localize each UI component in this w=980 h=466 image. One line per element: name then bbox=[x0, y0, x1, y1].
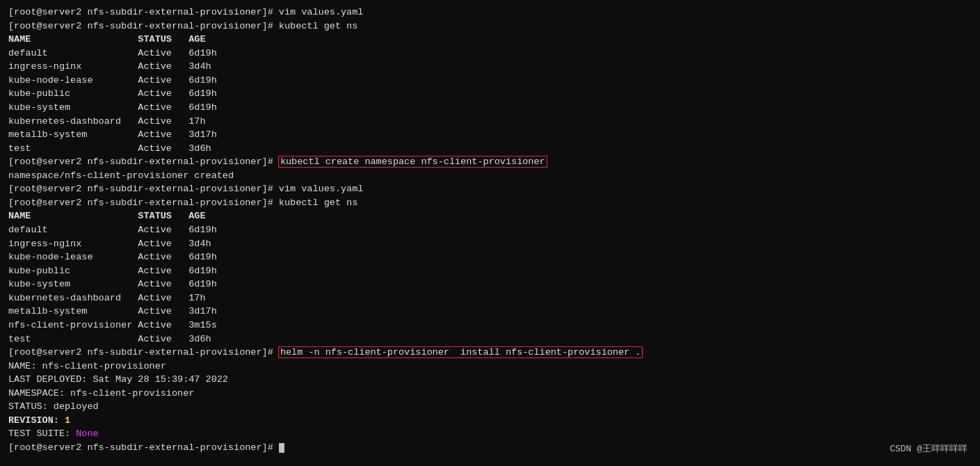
cursor bbox=[279, 443, 284, 453]
terminal-line-11: [root@server2 nfs-subdir-external-provis… bbox=[8, 155, 972, 169]
terminal-line-7: kube-system Active 6d19h bbox=[8, 101, 972, 115]
terminal-line-8: kubernetes-dashboard Active 17h bbox=[8, 115, 972, 129]
terminal-line-21: kubernetes-dashboard Active 17h bbox=[8, 291, 972, 305]
terminal-line-17: ingress-nginx Active 3d4h bbox=[8, 237, 972, 251]
terminal-line-28: NAMESPACE: nfs-client-provisioner bbox=[8, 387, 972, 401]
terminal-line-15: NAME STATUS AGE bbox=[8, 209, 972, 223]
terminal-line-16: default Active 6d19h bbox=[8, 223, 972, 237]
terminal-line-13: [root@server2 nfs-subdir-external-provis… bbox=[8, 182, 972, 196]
terminal-line-27: LAST DEPLOYED: Sat May 28 15:39:47 2022 bbox=[8, 373, 972, 387]
terminal-line-18: kube-node-lease Active 6d19h bbox=[8, 250, 972, 264]
terminal-content: [root@server2 nfs-subdir-external-provis… bbox=[8, 6, 972, 455]
terminal-line-5: kube-node-lease Active 6d19h bbox=[8, 74, 972, 88]
terminal-line-10: test Active 3d6h bbox=[8, 142, 972, 156]
terminal-line-29: STATUS: deployed bbox=[8, 400, 972, 414]
terminal-line-23: nfs-client-provisioner Active 3m15s bbox=[8, 319, 972, 332]
terminal-line-14: [root@server2 nfs-subdir-external-provis… bbox=[8, 196, 972, 210]
terminal-line-3: default Active 6d19h bbox=[8, 47, 972, 61]
terminal-line-22: metallb-system Active 3d17h bbox=[8, 305, 972, 319]
terminal-line-32: [root@server2 nfs-subdir-external-provis… bbox=[8, 441, 972, 455]
terminal-line-24: test Active 3d6h bbox=[8, 332, 972, 346]
terminal-line-19: kube-public Active 6d19h bbox=[8, 264, 972, 278]
terminal: [root@server2 nfs-subdir-external-provis… bbox=[8, 6, 972, 455]
terminal-line-12: namespace/nfs-client-provisioner created bbox=[8, 169, 972, 183]
terminal-line-4: ingress-nginx Active 3d4h bbox=[8, 60, 972, 74]
watermark: CSDN @王咩咩咩咩 bbox=[890, 443, 967, 456]
terminal-line-1: [root@server2 nfs-subdir-external-provis… bbox=[8, 19, 972, 33]
terminal-line-26: NAME: nfs-client-provisioner bbox=[8, 360, 972, 373]
terminal-line-6: kube-public Active 6d19h bbox=[8, 87, 972, 101]
terminal-line-25: [root@server2 nfs-subdir-external-provis… bbox=[8, 346, 972, 360]
terminal-line-30: REVISION: 1 bbox=[8, 414, 972, 428]
terminal-line-0: [root@server2 nfs-subdir-external-provis… bbox=[8, 6, 972, 19]
terminal-line-20: kube-system Active 6d19h bbox=[8, 278, 972, 291]
terminal-line-2: NAME STATUS AGE bbox=[8, 33, 972, 47]
terminal-line-9: metallb-system Active 3d17h bbox=[8, 128, 972, 142]
terminal-line-31: TEST SUITE: None bbox=[8, 427, 972, 441]
